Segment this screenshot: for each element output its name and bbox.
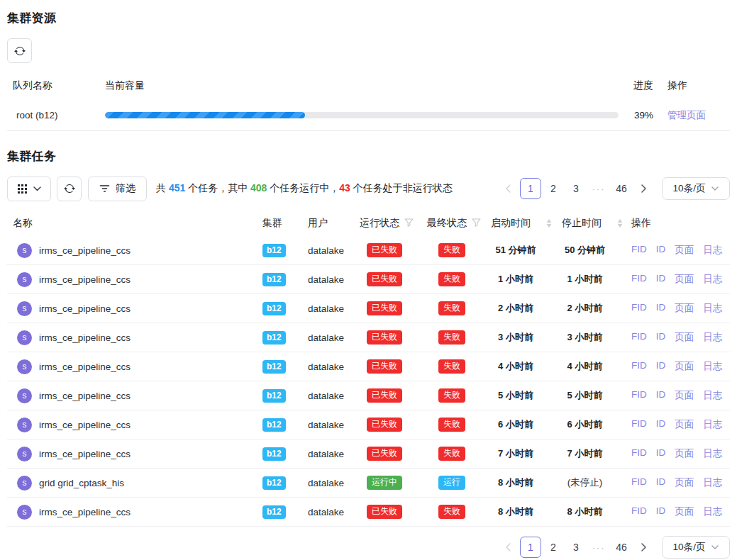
refresh-icon [64, 183, 75, 194]
fid-link[interactable]: FID [631, 418, 647, 431]
capacity-header: 当前容量 [105, 79, 619, 92]
fid-link[interactable]: FID [631, 476, 647, 489]
task-name: irms_ce_pipeline_ccs [39, 245, 131, 256]
filter-funnel-icon[interactable] [404, 218, 414, 229]
page-3-button[interactable]: 3 [565, 178, 587, 199]
table-row: s irms_ce_pipeline_ccs b12 datalake 已失败 … [7, 381, 730, 410]
start-time-header: 启动时间 [491, 217, 531, 230]
id-link[interactable]: ID [656, 331, 666, 344]
id-link[interactable]: ID [656, 505, 666, 518]
page-link[interactable]: 页面 [675, 331, 694, 344]
user-cell: datalake [301, 332, 353, 343]
pagination-ellipsis[interactable]: ··· [588, 537, 609, 558]
cluster-badge: b12 [262, 389, 286, 403]
page-size-select[interactable]: 10条/页 [662, 536, 730, 559]
prev-page-button[interactable] [497, 178, 519, 199]
fid-link[interactable]: FID [631, 447, 647, 460]
fid-link[interactable]: FID [631, 389, 647, 402]
refresh-tasks-button[interactable] [57, 177, 82, 201]
log-link[interactable]: 日志 [703, 447, 722, 460]
cluster-badge: b12 [262, 360, 286, 374]
id-link[interactable]: ID [656, 389, 666, 402]
sort-icon[interactable] [617, 219, 623, 228]
page-46-button[interactable]: 46 [611, 537, 632, 558]
fid-link[interactable]: FID [631, 331, 647, 344]
start-time: 4 小时前 [484, 360, 555, 373]
start-time: 8 小时前 [484, 476, 555, 489]
id-link[interactable]: ID [656, 302, 666, 315]
table-row: s irms_ce_pipeline_ccs b12 datalake 已失败 … [7, 410, 730, 439]
manage-page-link[interactable]: 管理页面 [667, 110, 706, 121]
log-link[interactable]: 日志 [703, 244, 722, 257]
prev-page-button[interactable] [497, 537, 519, 558]
final-status-header: 最终状态 [427, 217, 467, 230]
id-link[interactable]: ID [656, 273, 666, 286]
page-link[interactable]: 页面 [675, 389, 694, 402]
page-3-button[interactable]: 3 [565, 537, 587, 558]
cluster-badge: b12 [262, 418, 286, 432]
id-link[interactable]: ID [656, 360, 666, 373]
resources-table: 队列名称 当前容量 进度 操作 root (b12) 39% 管理页面 [7, 78, 730, 131]
id-link[interactable]: ID [656, 244, 666, 257]
avatar: s [17, 447, 32, 461]
final-status-badge: 失败 [438, 359, 465, 374]
fid-link[interactable]: FID [631, 244, 647, 257]
column-settings-button[interactable] [7, 177, 51, 201]
page-1-button[interactable]: 1 [520, 178, 541, 199]
page-link[interactable]: 页面 [675, 476, 694, 489]
log-link[interactable]: 日志 [703, 389, 722, 402]
queue-row: root (b12) 39% 管理页面 [7, 99, 730, 131]
running-count: 408 [250, 182, 267, 194]
id-link[interactable]: ID [656, 447, 666, 460]
stop-time: 6 小时前 [555, 418, 625, 431]
page-link[interactable]: 页面 [675, 505, 694, 518]
fid-link[interactable]: FID [631, 302, 647, 315]
stop-time-header: 停止时间 [562, 217, 602, 230]
page-link[interactable]: 页面 [675, 302, 694, 315]
resources-action-header: 操作 [653, 79, 730, 92]
table-row: s irms_ce_pipeline_ccs b12 datalake 已失败 … [7, 323, 730, 352]
start-time: 51 分钟前 [484, 244, 555, 257]
next-page-button[interactable] [633, 178, 655, 199]
page-2-button[interactable]: 2 [543, 178, 564, 199]
filter-funnel-icon[interactable] [472, 218, 481, 229]
avatar: s [17, 359, 32, 374]
fid-link[interactable]: FID [631, 505, 647, 518]
run-status-badge: 已失败 [367, 388, 402, 403]
next-page-button[interactable] [633, 537, 655, 558]
task-name: irms_ce_pipeline_ccs [39, 303, 131, 314]
page-link[interactable]: 页面 [675, 418, 694, 431]
id-link[interactable]: ID [656, 418, 666, 431]
page-2-button[interactable]: 2 [543, 537, 564, 558]
page-link[interactable]: 页面 [675, 273, 694, 286]
page-size-select[interactable]: 10条/页 [662, 177, 730, 200]
total-count: 451 [169, 182, 185, 194]
log-link[interactable]: 日志 [703, 418, 722, 431]
refresh-resources-button[interactable] [7, 38, 32, 63]
cluster-badge: b12 [262, 447, 286, 461]
page-link[interactable]: 页面 [675, 447, 694, 460]
avatar: s [17, 388, 32, 403]
log-link[interactable]: 日志 [703, 360, 722, 373]
page-link[interactable]: 页面 [675, 244, 694, 257]
page-46-button[interactable]: 46 [611, 178, 632, 199]
filter-button[interactable]: 筛选 [88, 177, 147, 201]
run-status-badge: 已失败 [367, 272, 402, 286]
avatar: s [17, 330, 32, 345]
task-name: grid grid_cptask_his [39, 478, 124, 488]
log-link[interactable]: 日志 [703, 302, 722, 315]
filter-button-label: 筛选 [116, 182, 135, 195]
page-link[interactable]: 页面 [675, 360, 694, 373]
page-1-button[interactable]: 1 [520, 537, 541, 558]
log-link[interactable]: 日志 [703, 331, 722, 344]
log-link[interactable]: 日志 [703, 505, 722, 518]
log-link[interactable]: 日志 [703, 476, 722, 489]
log-link[interactable]: 日志 [703, 273, 722, 286]
fid-link[interactable]: FID [631, 273, 647, 286]
id-link[interactable]: ID [656, 476, 666, 489]
fid-link[interactable]: FID [631, 360, 647, 373]
start-time: 8 小时前 [484, 505, 555, 518]
sort-icon[interactable] [546, 219, 552, 228]
pagination-ellipsis[interactable]: ··· [588, 178, 609, 199]
final-status-badge: 失败 [438, 330, 465, 345]
